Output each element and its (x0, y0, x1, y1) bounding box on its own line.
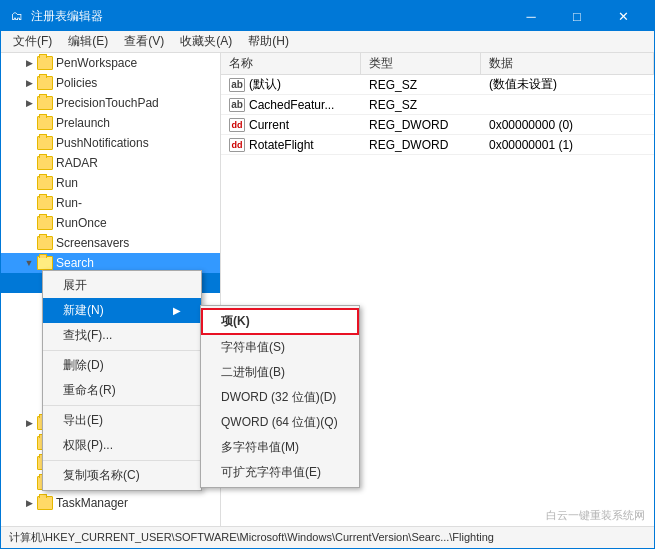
menu-help[interactable]: 帮助(H) (240, 31, 297, 52)
registry-editor-window: 🗂 注册表编辑器 ─ □ ✕ 文件(F) 编辑(E) 查看(V) 收藏夹(A) … (0, 0, 655, 549)
cell-type: REG_DWORD (361, 118, 481, 132)
reg-ab-icon: ab (229, 78, 245, 92)
folder-icon (37, 116, 53, 130)
tree-item-radar[interactable]: RADAR (1, 153, 220, 173)
expand-icon[interactable]: ▶ (21, 415, 37, 431)
menu-file[interactable]: 文件(F) (5, 31, 60, 52)
ctx-permissions[interactable]: 权限(P)... (43, 433, 201, 458)
tree-label: RADAR (56, 156, 98, 170)
tree-item-run[interactable]: Run (1, 173, 220, 193)
expand-icon[interactable] (21, 455, 37, 471)
folder-icon (37, 176, 53, 190)
submenu-item-expandstring[interactable]: 可扩充字符串值(E) (201, 460, 359, 485)
folder-icon (37, 96, 53, 110)
table-row[interactable]: dd RotateFlight REG_DWORD 0x00000001 (1) (221, 135, 654, 155)
ctx-find[interactable]: 查找(F)... (43, 323, 201, 348)
expand-icon[interactable] (21, 115, 37, 131)
expand-icon[interactable]: ▼ (21, 255, 37, 271)
col-header-name: 名称 (221, 53, 361, 74)
table-row[interactable]: ab CachedFeatur... REG_SZ (221, 95, 654, 115)
expand-icon[interactable]: ▶ (21, 75, 37, 91)
maximize-button[interactable]: □ (554, 1, 600, 31)
window-icon: 🗂 (9, 8, 25, 24)
tree-item-runminus[interactable]: Run- (1, 193, 220, 213)
cell-data: 0x00000001 (1) (481, 138, 654, 152)
expand-icon[interactable] (21, 215, 37, 231)
menu-view[interactable]: 查看(V) (116, 31, 172, 52)
table-row[interactable]: dd Current REG_DWORD 0x00000000 (0) (221, 115, 654, 135)
minimize-button[interactable]: ─ (508, 1, 554, 31)
tree-label: PenWorkspace (56, 56, 137, 70)
submenu-item-key[interactable]: 项(K) (201, 308, 359, 335)
menu-favorites[interactable]: 收藏夹(A) (172, 31, 240, 52)
tree-label: Screensavers (56, 236, 129, 250)
cell-name: ab CachedFeatur... (221, 98, 361, 112)
expand-icon[interactable]: ▶ (21, 95, 37, 111)
tree-item-prelaunch[interactable]: Prelaunch (1, 113, 220, 133)
separator (43, 405, 201, 406)
submenu-item-binary[interactable]: 二进制值(B) (201, 360, 359, 385)
ctx-delete[interactable]: 删除(D) (43, 353, 201, 378)
folder-icon (37, 136, 53, 150)
col-header-type: 类型 (361, 53, 481, 74)
tree-label: Prelaunch (56, 116, 110, 130)
cell-data: (数值未设置) (481, 76, 654, 93)
titlebar-buttons: ─ □ ✕ (508, 1, 646, 31)
expand-icon[interactable] (21, 175, 37, 191)
ctx-rename[interactable]: 重命名(R) (43, 378, 201, 403)
expand-icon[interactable]: ▶ (21, 55, 37, 71)
folder-icon (37, 496, 53, 510)
ctx-copy-name[interactable]: 复制项名称(C) (43, 463, 201, 488)
folder-icon (37, 76, 53, 90)
tree-item-precisiontouchpad[interactable]: ▶ PrecisionTouchPad (1, 93, 220, 113)
folder-icon (37, 56, 53, 70)
tree-item-policies[interactable]: ▶ Policies (1, 73, 220, 93)
tree-label-search: Search (56, 256, 94, 270)
tree-label: PrecisionTouchPad (56, 96, 159, 110)
submenu-item-qword[interactable]: QWORD (64 位值)(Q) (201, 410, 359, 435)
cell-type: REG_SZ (361, 78, 481, 92)
cell-data: 0x00000000 (0) (481, 118, 654, 132)
reg-dd-icon: dd (229, 138, 245, 152)
tree-label: TaskManager (56, 496, 128, 510)
tree-item-runonce[interactable]: RunOnce (1, 213, 220, 233)
submenu-item-dword[interactable]: DWORD (32 位值)(D) (201, 385, 359, 410)
table-row[interactable]: ab (默认) REG_SZ (数值未设置) (221, 75, 654, 95)
close-button[interactable]: ✕ (600, 1, 646, 31)
expand-icon[interactable] (21, 435, 37, 451)
tree-item-screensavers[interactable]: Screensavers (1, 233, 220, 253)
cell-type: REG_SZ (361, 98, 481, 112)
ctx-export[interactable]: 导出(E) (43, 408, 201, 433)
folder-icon (37, 156, 53, 170)
expand-icon[interactable] (21, 235, 37, 251)
titlebar: 🗂 注册表编辑器 ─ □ ✕ (1, 1, 654, 31)
expand-icon[interactable] (21, 195, 37, 211)
menu-edit[interactable]: 编辑(E) (60, 31, 116, 52)
cell-name: dd Current (221, 118, 361, 132)
reg-dd-icon: dd (229, 118, 245, 132)
cell-name: ab (默认) (221, 76, 361, 93)
separator (43, 460, 201, 461)
submenu-item-multistring[interactable]: 多字符串值(M) (201, 435, 359, 460)
tree-item-taskmanager[interactable]: ▶ TaskManager (1, 493, 220, 513)
tree-label: Policies (56, 76, 97, 90)
menubar: 文件(F) 编辑(E) 查看(V) 收藏夹(A) 帮助(H) (1, 31, 654, 53)
folder-icon (37, 196, 53, 210)
separator (43, 350, 201, 351)
ctx-new[interactable]: 新建(N) ▶ (43, 298, 201, 323)
expand-icon[interactable] (21, 155, 37, 171)
expand-icon[interactable] (21, 475, 37, 491)
tree-item-penworkspace[interactable]: ▶ PenWorkspace (1, 53, 220, 73)
submenu-arrow-icon: ▶ (173, 305, 181, 316)
expand-icon[interactable]: ▶ (21, 495, 37, 511)
ctx-expand[interactable]: 展开 (43, 273, 201, 298)
table-header: 名称 类型 数据 (221, 53, 654, 75)
cell-type: REG_DWORD (361, 138, 481, 152)
tree-item-pushnotifications[interactable]: PushNotifications (1, 133, 220, 153)
submenu: 项(K) 字符串值(S) 二进制值(B) DWORD (32 位值)(D) QW… (200, 305, 360, 488)
window-title: 注册表编辑器 (31, 8, 508, 25)
submenu-item-string[interactable]: 字符串值(S) (201, 335, 359, 360)
col-header-data: 数据 (481, 53, 654, 74)
context-menu: 展开 新建(N) ▶ 查找(F)... 删除(D) 重命名(R) 导出(E) 权… (42, 270, 202, 491)
expand-icon[interactable] (21, 135, 37, 151)
